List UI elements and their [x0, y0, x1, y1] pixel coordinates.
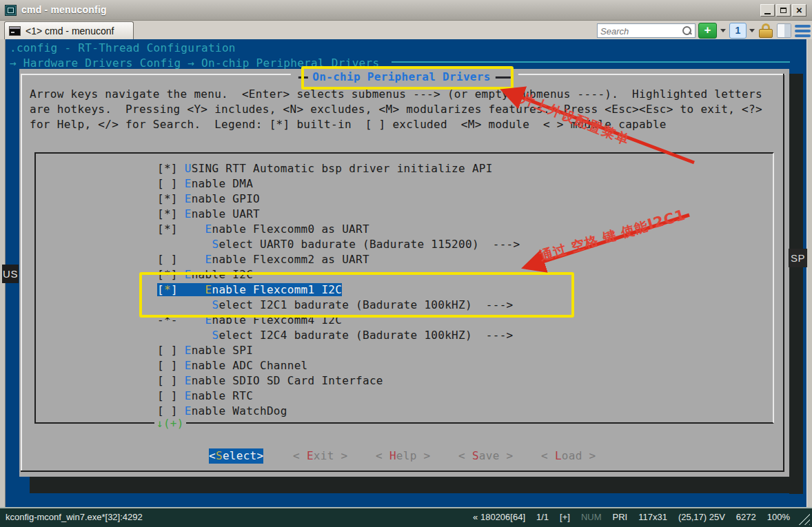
save-button[interactable]: < Save >	[458, 448, 513, 464]
console-icon	[9, 26, 21, 36]
search-icon	[682, 25, 692, 36]
tab-label: <1> cmd - menuconf	[26, 25, 114, 37]
menu-item[interactable]: Select I2C4 badurate (Badurate 100kHZ) -…	[157, 328, 514, 343]
help-line: for Help, </> for Search. Legend: [*] bu…	[30, 117, 667, 132]
status-size: 117x31	[638, 512, 667, 522]
menu-item[interactable]: Select UART0 badurate (Badurate 115200) …	[157, 237, 520, 252]
menu-item[interactable]: [*] Enable UART	[157, 207, 260, 222]
lock-icon[interactable]	[759, 23, 773, 38]
status-bar: kconfig-mconf_win7.exe*[32]:4292 « 18020…	[0, 507, 812, 527]
maximize-icon	[780, 8, 786, 13]
minimize-button[interactable]	[760, 4, 775, 17]
search-box	[597, 23, 696, 38]
status-cursor: (25,17) 25V	[678, 512, 725, 522]
minimize-icon	[764, 13, 771, 14]
status-console-id: « 180206[64]	[473, 512, 525, 522]
scroll-down-indicator: ↓(+)	[154, 416, 186, 431]
hamburger-menu-icon[interactable]	[795, 25, 811, 37]
status-zoom: 100%	[767, 512, 790, 522]
status-mem: 6272	[736, 512, 756, 522]
status-process: kconfig-mconf_win7.exe*[32]:4292	[6, 512, 143, 522]
close-button[interactable]: ×	[792, 4, 806, 17]
window-border-right	[806, 39, 807, 507]
tab-cmd-menuconfig[interactable]: <1> cmd - menuconf	[4, 21, 134, 39]
status-num: NUM	[581, 512, 602, 522]
load-button[interactable]: < Load >	[541, 448, 596, 464]
dialog-shadow-right	[789, 74, 803, 494]
status-stats: « 180206[64] 1/1 [+] NUM PRI 117x31 (25,…	[473, 512, 790, 522]
highlight-box-i2c	[139, 272, 574, 318]
app-icon	[5, 5, 17, 16]
resize-grip[interactable]	[796, 511, 810, 525]
console-list-dropdown-icon[interactable]	[749, 29, 755, 32]
menu-item[interactable]: [ ] Enable SPI	[157, 343, 253, 358]
menu-item[interactable]: [ ] Enable RTC	[157, 389, 253, 404]
menu-item[interactable]: [ ] Enable Flexcomm2 as UART	[157, 252, 369, 267]
menu-item[interactable]: [*] Enable GPIO	[157, 192, 260, 207]
menu-item[interactable]: [*] USING RTT Automatic bsp driver initi…	[157, 161, 493, 176]
new-console-button[interactable]: +	[698, 23, 717, 39]
window-title: cmd - menuconfig	[21, 4, 107, 15]
new-console-dropdown-icon[interactable]	[720, 29, 726, 32]
keyboard-layout-indicator-right: SP	[789, 249, 807, 267]
menu-item[interactable]: [*] Enable Flexcomm0 as UART	[157, 222, 369, 237]
highlight-box-title	[301, 66, 514, 90]
tab-bar: <1> cmd - menuconf + 1	[0, 21, 812, 39]
status-plus: [+]	[560, 512, 570, 522]
menu-item[interactable]: [ ] Enable DMA	[157, 176, 253, 192]
breadcrumb-rule	[392, 61, 790, 63]
titlebar: cmd - menuconfig ×	[0, 0, 812, 21]
help-button[interactable]: < Help >	[376, 448, 430, 464]
conemu-window: cmd - menuconfig × <1> cmd - menuconf + …	[0, 0, 812, 527]
help-line: are hotkeys. Pressing <Y> includes, <N> …	[30, 102, 762, 117]
status-page: 1/1	[536, 512, 549, 522]
menu-item[interactable]: [ ] Enable SDIO SD Card Interface	[157, 373, 383, 389]
console-number-button[interactable]: 1	[729, 23, 747, 39]
maximize-button[interactable]	[776, 4, 791, 17]
select-button[interactable]: <Select>	[209, 448, 263, 464]
panes-icon[interactable]	[777, 23, 791, 38]
keyboard-layout-indicator-left: US	[2, 265, 19, 283]
status-pri: PRI	[613, 512, 628, 522]
dialog-shadow-bottom	[30, 477, 803, 493]
exit-button[interactable]: < Exit >	[293, 448, 347, 464]
menu-item[interactable]: [ ] Enable ADC Channel	[157, 358, 308, 373]
close-icon: ×	[796, 6, 802, 15]
search-input[interactable]	[599, 25, 679, 38]
backtitle: .config - RT-Thread Configuration	[10, 41, 236, 56]
